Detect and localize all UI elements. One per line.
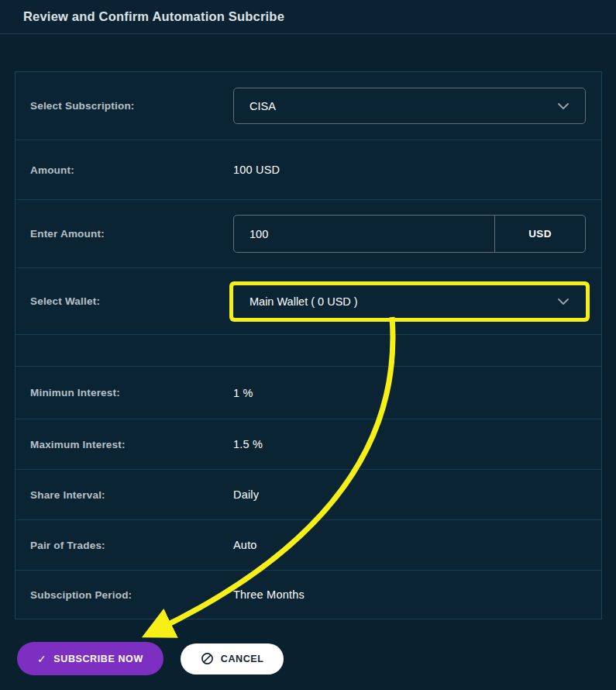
row-empty <box>15 335 601 367</box>
share-interval-label: Share Interval: <box>30 489 233 501</box>
wallet-select[interactable]: Main Wallet ( 0 USD ) <box>233 285 586 318</box>
cancel-button-label: CANCEL <box>221 654 264 664</box>
row-share-interval: Share Interval: Daily <box>15 470 601 520</box>
wallet-label: Select Wallet: <box>30 295 233 307</box>
pair-of-trades-value: Auto <box>233 539 257 551</box>
subscription-period-label: Subsciption Period: <box>30 589 233 601</box>
amount-value: 100 USD <box>233 164 280 176</box>
chevron-down-icon <box>557 100 570 112</box>
subscription-period-value: Three Months <box>233 588 305 601</box>
wallet-select-value: Main Wallet ( 0 USD ) <box>249 295 358 308</box>
row-subscription-period: Subsciption Period: Three Months <box>15 571 601 619</box>
cancel-icon <box>201 652 214 665</box>
row-enter-amount: Enter Amount: USD <box>15 200 601 268</box>
row-pair-of-trades: Pair of Trades: Auto <box>15 520 601 571</box>
row-select-wallet: Select Wallet: Main Wallet ( 0 USD ) <box>15 268 601 335</box>
row-amount: Amount: 100 USD <box>15 140 601 200</box>
share-interval-value: Daily <box>233 488 259 501</box>
check-icon: ✓ <box>37 653 46 665</box>
action-buttons: ✓ SUBSCRIBE NOW CANCEL <box>17 642 284 675</box>
row-min-interest: Minimun Interest: 1 % <box>15 367 601 419</box>
page-header: Review and Confirm Automation Subcribe <box>0 0 616 34</box>
max-interest-value: 1.5 % <box>233 438 263 450</box>
min-interest-label: Minimun Interest: <box>30 387 233 398</box>
amount-input-group: USD <box>233 215 586 253</box>
subscribe-button-label: SUBSCRIBE NOW <box>53 654 143 664</box>
row-select-subscription: Select Subscription: CISA <box>15 72 601 140</box>
confirmation-table: Select Subscription: CISA Amount: 100 US… <box>15 71 602 619</box>
currency-addon: USD <box>494 216 585 252</box>
min-interest-value: 1 % <box>233 387 253 399</box>
subscription-select-value: CISA <box>249 100 276 112</box>
amount-label: Amount: <box>30 164 233 176</box>
amount-input[interactable] <box>234 216 494 252</box>
page-title: Review and Confirm Automation Subcribe <box>23 9 284 24</box>
row-max-interest: Maximum Interest: 1.5 % <box>15 419 601 470</box>
subscription-select[interactable]: CISA <box>233 88 586 124</box>
max-interest-label: Maximum Interest: <box>30 439 233 450</box>
cancel-button[interactable]: CANCEL <box>181 643 284 674</box>
chevron-down-icon <box>557 295 570 308</box>
subscription-label: Select Subscription: <box>30 100 233 112</box>
subscribe-button[interactable]: ✓ SUBSCRIBE NOW <box>17 642 163 675</box>
enter-amount-label: Enter Amount: <box>30 228 233 240</box>
pair-of-trades-label: Pair of Trades: <box>30 540 233 551</box>
